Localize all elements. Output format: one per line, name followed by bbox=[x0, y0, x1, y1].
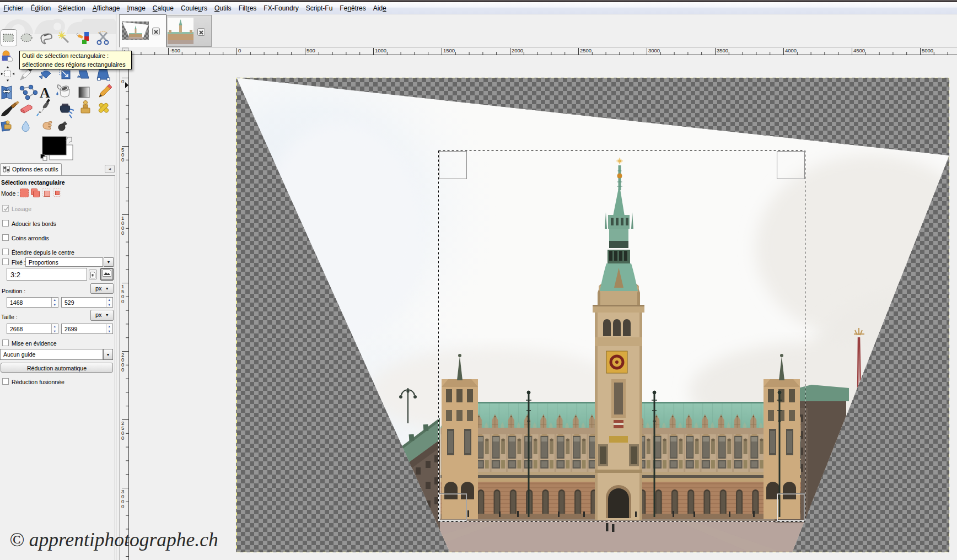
svg-text:1000: 1000 bbox=[375, 47, 386, 53]
svg-text:0: 0 bbox=[238, 47, 241, 53]
svg-text:3000: 3000 bbox=[121, 488, 124, 509]
svg-text:0: 0 bbox=[121, 78, 124, 84]
svg-text:2500: 2500 bbox=[121, 420, 124, 441]
svg-text:2500: 2500 bbox=[580, 47, 592, 53]
svg-text:-500: -500 bbox=[170, 47, 180, 53]
svg-text:2000: 2000 bbox=[121, 352, 124, 373]
svg-text:1500: 1500 bbox=[121, 283, 124, 304]
svg-text:5000: 5000 bbox=[922, 47, 933, 53]
svg-text:4000: 4000 bbox=[785, 47, 797, 53]
svg-text:3000: 3000 bbox=[648, 47, 660, 53]
svg-text:1500: 1500 bbox=[443, 47, 455, 53]
svg-text:500: 500 bbox=[307, 47, 315, 53]
svg-text:3500: 3500 bbox=[717, 47, 728, 53]
svg-text:2000: 2000 bbox=[512, 47, 523, 53]
svg-text:4500: 4500 bbox=[853, 47, 865, 53]
svg-text:A: A bbox=[40, 85, 50, 101]
svg-text:1000: 1000 bbox=[121, 215, 124, 236]
svg-text:500: 500 bbox=[121, 147, 124, 163]
